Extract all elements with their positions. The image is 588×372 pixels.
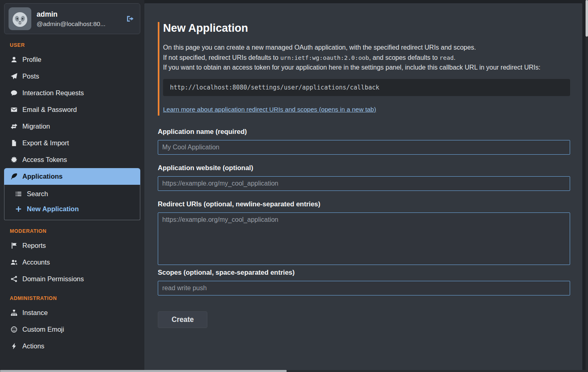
share-nodes-icon bbox=[10, 276, 18, 282]
intro-line-2: If not specified, redirect URIs defaults… bbox=[163, 53, 570, 63]
app-layout: admin @admin@localhost:80... USER Profil… bbox=[0, 0, 588, 372]
feather-icon bbox=[10, 173, 18, 180]
sidebar-item-label: New Application bbox=[27, 205, 79, 213]
sidebar-item-label: Search bbox=[27, 190, 48, 198]
application-name-input[interactable] bbox=[158, 140, 570, 155]
section-label-moderation: MODERATION bbox=[10, 228, 139, 234]
sidebar-item-label: Access Tokens bbox=[22, 156, 67, 164]
sidebar-item-domain-permissions[interactable]: Domain Permissions bbox=[4, 271, 140, 287]
sidebar-item-actions[interactable]: Actions bbox=[4, 338, 140, 354]
sidebar-item-profile[interactable]: Profile bbox=[4, 51, 140, 68]
sidebar-item-applications[interactable]: Applications bbox=[4, 168, 140, 185]
vertical-scrollbar-thumb[interactable] bbox=[586, 0, 588, 37]
learn-more-link[interactable]: Learn more about application redirect UR… bbox=[163, 106, 376, 113]
sidebar: admin @admin@localhost:80... USER Profil… bbox=[0, 0, 144, 372]
redirect-uris-textarea[interactable] bbox=[158, 212, 570, 265]
scopes-input[interactable] bbox=[158, 281, 570, 295]
logout-button[interactable] bbox=[125, 14, 135, 24]
sidebar-item-export-import[interactable]: Export & Import bbox=[4, 135, 140, 151]
paper-plane-icon bbox=[10, 73, 18, 80]
sidebar-item-label: Reports bbox=[22, 242, 46, 249]
sidebar-item-migration[interactable]: Migration bbox=[4, 118, 140, 135]
sidebar-item-label: Migration bbox=[22, 123, 50, 130]
create-button[interactable]: Create bbox=[158, 311, 207, 328]
sidebar-item-posts[interactable]: Posts bbox=[4, 68, 140, 85]
sidebar-item-new-application[interactable]: New Application bbox=[4, 201, 140, 217]
sidebar-item-label: Interaction Requests bbox=[22, 89, 84, 97]
sidebar-item-custom-emoji[interactable]: Custom Emoji bbox=[4, 321, 140, 338]
file-icon bbox=[10, 140, 18, 147]
applications-submenu: Search New Application bbox=[4, 185, 140, 220]
application-website-input[interactable] bbox=[158, 176, 570, 191]
page-header: New Application On this page you can cre… bbox=[158, 22, 570, 116]
sidebar-item-email-password[interactable]: Email & Password bbox=[4, 101, 140, 118]
users-icon bbox=[10, 259, 18, 266]
horizontal-scrollbar[interactable] bbox=[0, 370, 588, 372]
intro-line-3: If you want to obtain an access token fo… bbox=[163, 63, 570, 73]
application-website-label: Application website (optional) bbox=[158, 164, 570, 172]
section-label-administration: ADMINISTRATION bbox=[10, 295, 139, 301]
exchange-arrows-icon bbox=[10, 123, 18, 130]
user-name: admin bbox=[37, 10, 120, 19]
avatar bbox=[9, 7, 31, 30]
sidebar-item-label: Posts bbox=[22, 72, 39, 80]
application-name-label: Application name (required) bbox=[158, 128, 570, 136]
sidebar-item-label: Instance bbox=[22, 309, 48, 317]
list-icon bbox=[14, 190, 22, 197]
flag-icon bbox=[10, 242, 18, 249]
sidebar-item-accounts[interactable]: Accounts bbox=[4, 254, 140, 271]
user-icon bbox=[10, 56, 18, 63]
sidebar-item-applications-search[interactable]: Search bbox=[4, 186, 140, 201]
sidebar-item-label: Actions bbox=[22, 342, 44, 350]
new-application-form: Application name (required) Application … bbox=[158, 128, 570, 328]
sidebar-item-label: Custom Emoji bbox=[22, 326, 64, 333]
callback-url-code-block: http://localhost:8080/settings/user/appl… bbox=[163, 79, 570, 96]
sidebar-item-label: Profile bbox=[22, 56, 41, 63]
scopes-label: Scopes (optional, space-separated entrie… bbox=[158, 269, 570, 276]
user-handle: @admin@localhost:80... bbox=[37, 20, 120, 28]
sidebar-item-instance[interactable]: Instance bbox=[4, 304, 140, 321]
vertical-scrollbar[interactable] bbox=[586, 0, 588, 372]
plus-icon bbox=[14, 206, 22, 212]
sidebar-item-label: Accounts bbox=[22, 258, 50, 266]
envelope-icon bbox=[10, 106, 18, 113]
sidebar-item-label: Export & Import bbox=[22, 139, 69, 147]
horizontal-scrollbar-thumb[interactable] bbox=[0, 370, 287, 372]
intro-line-1: On this page you can create a new manage… bbox=[163, 43, 570, 53]
sidebar-item-label: Applications bbox=[22, 173, 63, 180]
page-title: New Application bbox=[163, 22, 570, 35]
sidebar-item-interaction-requests[interactable]: Interaction Requests bbox=[4, 85, 140, 101]
intro-text: . bbox=[454, 54, 455, 61]
bolt-icon bbox=[10, 343, 18, 350]
user-meta: admin @admin@localhost:80... bbox=[37, 10, 120, 28]
smiley-icon bbox=[10, 326, 18, 333]
redirect-uris-label: Redirect URIs (optional, newline-separat… bbox=[158, 200, 570, 208]
certificate-icon bbox=[10, 156, 18, 163]
default-redirect-uri-code: urn:ietf:wg:oauth:2.0:oob bbox=[280, 55, 369, 61]
section-label-user: USER bbox=[10, 42, 139, 48]
comment-icon bbox=[10, 90, 18, 96]
sidebar-item-access-tokens[interactable]: Access Tokens bbox=[4, 151, 140, 168]
logout-icon bbox=[126, 15, 134, 23]
intro-text: If not specified, redirect URIs defaults… bbox=[163, 54, 280, 61]
sidebar-item-label: Email & Password bbox=[22, 106, 77, 114]
sitemap-icon bbox=[10, 309, 18, 316]
sidebar-item-reports[interactable]: Reports bbox=[4, 237, 140, 254]
sidebar-item-label: Domain Permissions bbox=[22, 275, 84, 283]
intro-text: , and scopes defaults to bbox=[369, 54, 439, 61]
default-scope-code: read bbox=[440, 55, 454, 61]
user-card: admin @admin@localhost:80... bbox=[4, 3, 140, 34]
new-application-panel: New Application On this page you can cre… bbox=[144, 3, 582, 372]
main-wrap: New Application On this page you can cre… bbox=[144, 0, 588, 372]
